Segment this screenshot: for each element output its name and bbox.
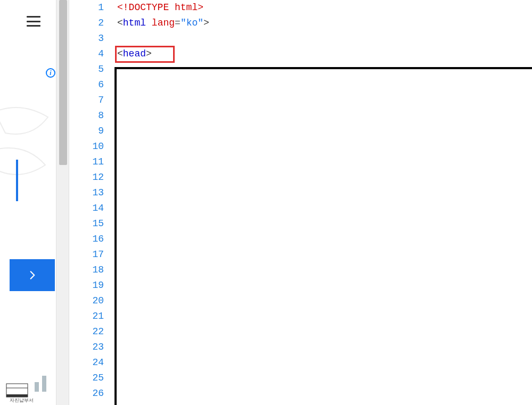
line-number: 16: [69, 232, 104, 247]
decorative-graphic: [0, 96, 51, 202]
code-line[interactable]: <html lang="ko">: [117, 15, 532, 31]
line-number: 24: [69, 355, 104, 370]
code-line[interactable]: <head>: [117, 46, 532, 62]
line-number: 5: [69, 62, 104, 77]
line-number: 10: [69, 139, 104, 154]
line-number: 14: [69, 201, 104, 216]
code-content[interactable]: <!DOCTYPE html> <html lang="ko"> <head>: [117, 0, 532, 62]
line-number: 20: [69, 293, 104, 309]
line-number: 3: [69, 31, 104, 46]
info-icon[interactable]: i: [46, 68, 55, 78]
left-panel: i 자진납부서: [0, 0, 56, 405]
code-line[interactable]: <!DOCTYPE html>: [117, 0, 532, 15]
line-number: 12: [69, 170, 104, 185]
line-number: 11: [69, 154, 104, 170]
line-number: 13: [69, 185, 104, 201]
line-number: 19: [69, 278, 104, 293]
line-number: 26: [69, 386, 104, 401]
line-number: 15: [69, 216, 104, 232]
line-number: 17: [69, 247, 104, 262]
next-button[interactable]: [10, 259, 55, 291]
line-number-gutter: 1 2 3 4 5 6 7 8 9 10 11 12 13 14 15 16 1…: [69, 0, 112, 405]
overlay-frame: [114, 67, 532, 405]
line-number: 18: [69, 262, 104, 278]
vertical-scrollbar[interactable]: [56, 0, 69, 405]
hamburger-menu-icon[interactable]: [27, 16, 40, 27]
line-number: 9: [69, 123, 104, 139]
line-number: 6: [69, 77, 104, 93]
line-number: 21: [69, 309, 104, 324]
line-number: 2: [69, 15, 104, 31]
line-number: 8: [69, 108, 104, 123]
document-icon: [5, 378, 32, 400]
line-number: 1: [69, 0, 104, 15]
bottom-label: 자진납부서: [10, 397, 34, 404]
scroll-thumb[interactable]: [59, 0, 67, 165]
code-line[interactable]: [117, 31, 532, 46]
mini-bar-chart: [35, 376, 46, 392]
line-number: 7: [69, 93, 104, 108]
line-number: 4: [69, 46, 104, 62]
line-number: 25: [69, 370, 104, 386]
line-number: 22: [69, 324, 104, 340]
chevron-right-icon: [27, 270, 38, 280]
line-number: 23: [69, 340, 104, 355]
accent-bar: [16, 160, 18, 201]
bottom-decoration: 자진납부서: [5, 368, 53, 405]
